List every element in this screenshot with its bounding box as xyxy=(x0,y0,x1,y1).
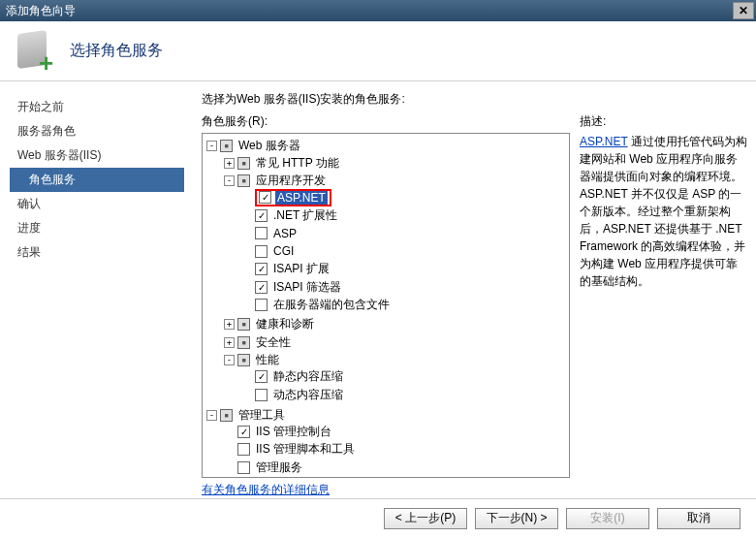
tree-expander xyxy=(224,444,235,455)
tree-expander xyxy=(241,228,252,238)
tree-checkbox[interactable] xyxy=(255,227,268,239)
tree-node-label[interactable]: 动态内容压缩 xyxy=(271,387,345,403)
tree-checkbox[interactable] xyxy=(255,389,268,401)
cancel-button[interactable]: 取消 xyxy=(657,508,740,529)
titlebar: 添加角色向导 ✕ xyxy=(0,0,756,21)
tree-checkbox[interactable] xyxy=(237,157,250,170)
sidebar-step-2[interactable]: Web 服务器(IIS) xyxy=(10,143,184,168)
description-text: ASP.NET 通过使用托管代码为构建网站和 Web 应用程序向服务器端提供面向… xyxy=(580,133,748,290)
tree-node-label[interactable]: 在服务器端的包含文件 xyxy=(271,297,392,313)
tree-checkbox[interactable] xyxy=(237,461,250,474)
tree-node-label[interactable]: 安全性 xyxy=(254,334,293,351)
tree-checkbox[interactable] xyxy=(237,318,250,331)
tree-checkbox[interactable] xyxy=(237,174,250,187)
wizard-steps-sidebar: 开始之前服务器角色Web 服务器(IIS)角色服务确认进度结果 xyxy=(0,81,194,498)
tree-node-label[interactable]: 静态内容压缩 xyxy=(271,368,345,385)
tree-checkbox[interactable] xyxy=(255,281,268,294)
tree-checkbox[interactable] xyxy=(220,140,233,152)
tree-node-label[interactable]: CGI xyxy=(271,244,296,258)
tree-node-label[interactable]: Web 服务器 xyxy=(236,138,302,154)
tree-label: 角色服务(R): xyxy=(202,113,570,130)
tree-expander xyxy=(241,246,252,257)
tree-node-label[interactable]: 性能 xyxy=(254,352,281,368)
instruction-text: 选择为Web 服务器(IIS)安装的角色服务: xyxy=(202,91,748,108)
tree-expander xyxy=(224,462,235,473)
sidebar-step-3[interactable]: 角色服务 xyxy=(10,168,184,192)
description-link[interactable]: ASP.NET xyxy=(580,135,628,148)
tree-expander xyxy=(241,192,252,203)
tree-checkbox[interactable] xyxy=(255,245,268,258)
tree-checkbox[interactable] xyxy=(237,354,250,366)
close-button[interactable]: ✕ xyxy=(733,2,754,19)
tree-node-label[interactable]: 应用程序开发 xyxy=(254,173,328,189)
description-label: 描述: xyxy=(580,113,748,130)
tree-expander[interactable]: - xyxy=(206,410,217,421)
server-role-icon: + xyxy=(14,30,56,73)
tree-expander[interactable]: - xyxy=(224,175,235,186)
tree-expander xyxy=(241,210,252,221)
tree-node-label[interactable]: 常见 HTTP 功能 xyxy=(254,155,341,172)
tree-expander xyxy=(241,371,252,382)
prev-button[interactable]: < 上一步(P) xyxy=(384,508,467,529)
tree-node-label[interactable]: IIS 管理脚本和工具 xyxy=(254,441,357,458)
tree-node-label[interactable]: ASP xyxy=(271,227,299,240)
tree-checkbox[interactable] xyxy=(237,443,250,456)
tree-expander[interactable]: + xyxy=(224,319,235,330)
tree-expander xyxy=(241,300,252,310)
tree-checkbox[interactable] xyxy=(255,299,268,311)
tree-node-label[interactable]: ISAPI 筛选器 xyxy=(271,279,343,296)
page-title: 选择角色服务 xyxy=(70,41,163,61)
wizard-header: + 选择角色服务 xyxy=(0,21,756,81)
role-services-tree[interactable]: -Web 服务器+常见 HTTP 功能-应用程序开发ASP.NET.NET 扩展… xyxy=(202,133,570,478)
tree-expander xyxy=(241,264,252,274)
tree-node-label[interactable]: 管理工具 xyxy=(236,407,287,424)
tree-node-label[interactable]: ASP.NET xyxy=(275,191,328,205)
details-link[interactable]: 有关角色服务的详细信息 xyxy=(202,482,570,498)
sidebar-step-0[interactable]: 开始之前 xyxy=(10,95,184,119)
tree-expander xyxy=(224,427,235,437)
tree-node-label[interactable]: .NET 扩展性 xyxy=(271,207,339,224)
tree-expander xyxy=(241,282,252,293)
tree-checkbox[interactable] xyxy=(255,209,268,222)
sidebar-step-4[interactable]: 确认 xyxy=(10,192,184,216)
window-title: 添加角色向导 xyxy=(6,3,76,19)
tree-checkbox[interactable] xyxy=(259,191,271,204)
tree-expander xyxy=(241,390,252,400)
sidebar-step-5[interactable]: 进度 xyxy=(10,216,184,240)
tree-expander[interactable]: + xyxy=(224,337,235,348)
sidebar-step-6[interactable]: 结果 xyxy=(10,240,184,265)
tree-checkbox[interactable] xyxy=(237,336,250,349)
highlight-box: ASP.NET xyxy=(255,189,331,206)
next-button[interactable]: 下一步(N) > xyxy=(475,508,558,529)
tree-checkbox[interactable] xyxy=(220,409,233,422)
tree-checkbox[interactable] xyxy=(237,426,250,438)
tree-checkbox[interactable] xyxy=(255,370,268,383)
sidebar-step-1[interactable]: 服务器角色 xyxy=(10,119,184,143)
tree-node-label[interactable]: ISAPI 扩展 xyxy=(271,261,331,277)
tree-node-label[interactable]: IIS 6 管理兼容性 xyxy=(254,478,343,479)
tree-node-label[interactable]: IIS 管理控制台 xyxy=(254,424,333,440)
install-button: 安装(I) xyxy=(566,508,649,529)
tree-expander[interactable]: - xyxy=(224,355,235,365)
wizard-footer: < 上一步(P) 下一步(N) > 安装(I) 取消 xyxy=(0,498,756,537)
tree-expander[interactable]: + xyxy=(224,158,235,169)
tree-checkbox[interactable] xyxy=(255,263,268,275)
tree-node-label[interactable]: 健康和诊断 xyxy=(254,316,316,332)
tree-expander[interactable]: - xyxy=(206,141,217,151)
tree-node-label[interactable]: 管理服务 xyxy=(254,459,304,476)
